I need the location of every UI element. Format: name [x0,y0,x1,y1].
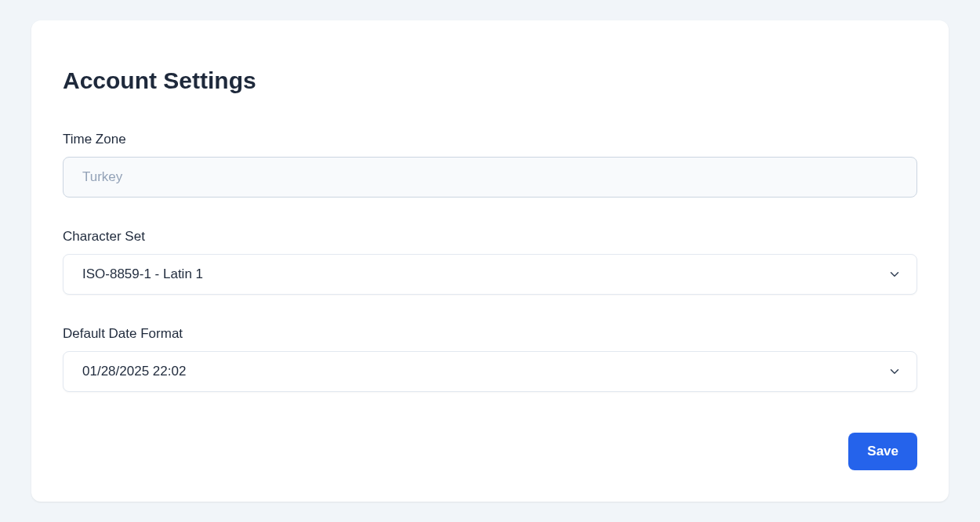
charset-select-wrapper: ISO-8859-1 - Latin 1 [63,254,917,295]
dateformat-select-wrapper: 01/28/2025 22:02 [63,351,917,392]
save-button[interactable]: Save [848,433,917,470]
timezone-label: Time Zone [63,132,917,147]
charset-label: Character Set [63,229,917,245]
button-row: Save [63,433,917,470]
dateformat-group: Default Date Format 01/28/2025 22:02 [63,326,917,392]
settings-card: Account Settings Time Zone Character Set… [31,20,949,502]
dateformat-select[interactable]: 01/28/2025 22:02 [63,351,917,392]
dateformat-label: Default Date Format [63,326,917,342]
dateformat-value: 01/28/2025 22:02 [82,364,186,379]
timezone-group: Time Zone [63,132,917,198]
charset-value: ISO-8859-1 - Latin 1 [82,266,203,282]
charset-group: Character Set ISO-8859-1 - Latin 1 [63,229,917,295]
timezone-input[interactable] [63,157,917,198]
page-title: Account Settings [63,67,917,94]
charset-select[interactable]: ISO-8859-1 - Latin 1 [63,254,917,295]
